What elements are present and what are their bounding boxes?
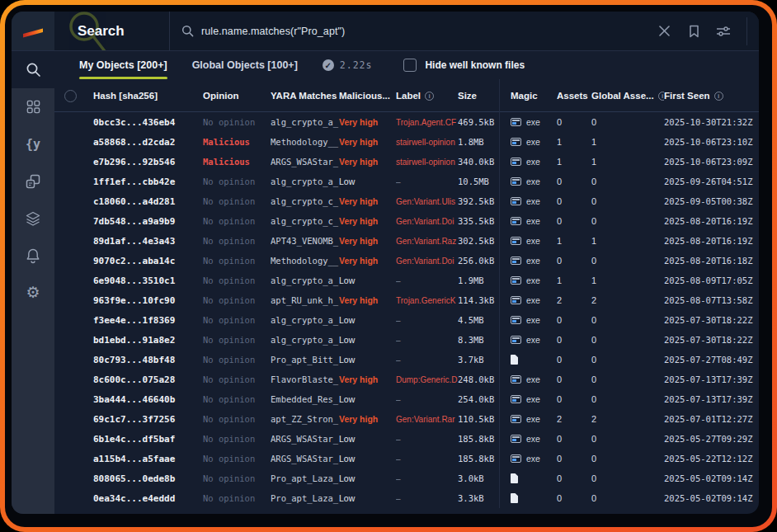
hash-cell[interactable]: bd1ebd...91a8e2 — [86, 330, 203, 350]
header-global-assets[interactable]: Global Asse... — [591, 91, 664, 101]
table-row[interactable]: 8c600c...075a28 No opinion FlavorBlaste_… — [54, 370, 759, 389]
table-row[interactable]: f3ee4e...1f8369 No opinion alg_crypto_a_… — [54, 310, 759, 330]
sidebar-item-assets[interactable] — [12, 162, 54, 200]
hash-cell[interactable]: 6b1e4c...df5baf — [86, 429, 203, 449]
first-seen-info-icon[interactable] — [714, 92, 723, 101]
header-magic[interactable]: Magic — [499, 79, 557, 112]
label-cell[interactable]: Dump:Generic.D — [396, 370, 458, 389]
table-row[interactable]: 69c1c7...3f7256 No opinion apt_ZZ_Stron_… — [54, 409, 759, 429]
table-row[interactable]: a58868...d2cda2 Malicious Methodology__ … — [54, 132, 759, 152]
select-all-circle[interactable] — [64, 90, 77, 102]
hash-cell[interactable]: 8c600c...075a28 — [86, 370, 203, 389]
label-cell[interactable]: – — [396, 271, 458, 290]
label-cell[interactable]: Gen:Variant.Rar — [396, 409, 458, 429]
hash-cell[interactable]: 0bcc3c...436eb4 — [86, 112, 203, 132]
sidebar-item-dashboard[interactable] — [12, 88, 54, 125]
hash-cell[interactable]: c18060...a4d281 — [86, 191, 203, 211]
magic-text: exe — [526, 315, 540, 325]
label-cell[interactable]: Trojan.Agent.CF — [396, 112, 458, 132]
table-row[interactable]: 808065...0ede8b No opinion Pro_apt_Laza_… — [54, 468, 759, 488]
header-size[interactable]: Size — [458, 91, 499, 101]
hash-cell[interactable]: 7db548...a9a9b9 — [86, 211, 203, 231]
table-row[interactable]: 9070c2...aba14c No opinion Methodology__… — [54, 251, 759, 271]
label-cell[interactable]: stairwell-opinion — [396, 132, 458, 152]
global-assets-info-icon[interactable] — [658, 92, 664, 101]
opinion-cell: No opinion — [203, 409, 271, 429]
search-nav-icon — [26, 62, 41, 78]
bookmark-icon[interactable] — [685, 23, 702, 40]
header-first-seen[interactable]: First Seen — [664, 91, 759, 101]
sidebar-item-collections[interactable] — [12, 200, 54, 237]
hash-cell[interactable]: 963f9e...10fc90 — [86, 290, 203, 310]
hash-cell[interactable]: 0ea34c...e4eddd — [86, 488, 203, 508]
hash-cell[interactable]: 808065...0ede8b — [86, 468, 203, 488]
hash-cell[interactable]: 80c793...48bf48 — [86, 350, 203, 370]
file-type-icon — [511, 415, 521, 423]
size-cell: 469.5kB — [458, 112, 499, 132]
yara-cell: alg_crypto_a_ — [271, 330, 339, 350]
hash-cell[interactable]: f3ee4e...1f8369 — [86, 310, 203, 330]
label-cell[interactable]: – — [396, 389, 458, 409]
label-cell[interactable]: stairwell-opinion — [396, 152, 458, 172]
header-yara-matches[interactable]: YARA Matches — [271, 91, 339, 101]
table-row[interactable]: 80c793...48bf48 No opinion Pro_apt_Bitt_… — [54, 350, 759, 370]
table-row[interactable]: 1ff1ef...cbb42e No opinion alg_crypto_a_… — [54, 172, 759, 191]
label-cell[interactable]: Gen:Variant.Raz — [396, 231, 458, 251]
opinion-cell: No opinion — [203, 350, 271, 370]
tab-global-objects[interactable]: Global Objects [100+] — [192, 51, 298, 79]
label-cell[interactable]: Gen:Variant.Doi — [396, 251, 458, 271]
label-cell[interactable]: Gen:Variant.Doi — [396, 211, 458, 231]
hash-cell[interactable]: a115b4...a5faae — [86, 449, 203, 468]
table-row[interactable]: 0ea34c...e4eddd No opinion Pro_apt_Laza_… — [54, 488, 759, 508]
table-row[interactable]: a115b4...a5faae No opinion ARGS_WSAStar_… — [54, 449, 759, 468]
label-cell[interactable]: Gen:Variant.Ulis — [396, 191, 458, 211]
label-cell[interactable]: – — [396, 468, 458, 488]
hash-cell[interactable]: 89d1af...4e3a43 — [86, 231, 203, 251]
hash-cell[interactable]: 69c1c7...3f7256 — [86, 409, 203, 429]
sidebar-item-settings[interactable]: ⚙ — [12, 274, 54, 311]
table-row[interactable]: e7b296...92b546 Malicious ARGS_WSAStar_ … — [54, 152, 759, 172]
filter-sliders-icon[interactable] — [715, 23, 732, 40]
label-cell[interactable]: – — [396, 330, 458, 350]
hash-cell[interactable]: 6e9048...3510c1 — [86, 271, 203, 290]
tab-my-objects[interactable]: My Objects [200+] — [79, 51, 167, 79]
hash-cell[interactable]: 9070c2...aba14c — [86, 251, 203, 271]
hide-well-known-toggle[interactable]: Hide well known files — [403, 59, 525, 72]
table-row[interactable]: 7db548...a9a9b9 No opinion alg_crypto_c_… — [54, 211, 759, 231]
header-assets[interactable]: Assets — [557, 91, 591, 101]
label-info-icon[interactable] — [425, 92, 434, 101]
label-cell[interactable]: – — [396, 310, 458, 330]
row-select-cell — [54, 191, 86, 211]
hash-cell[interactable]: e7b296...92b546 — [86, 152, 203, 172]
header-hash[interactable]: Hash [sha256] — [86, 91, 203, 101]
clear-search-icon[interactable] — [656, 23, 672, 40]
table-row[interactable]: 0bcc3c...436eb4 No opinion alg_crypto_a_… — [54, 112, 759, 132]
label-cell[interactable]: – — [396, 488, 458, 508]
table-row[interactable]: 963f9e...10fc90 No opinion apt_RU_unk_h_… — [54, 290, 759, 310]
sidebar-item-notifications[interactable] — [12, 237, 54, 274]
table-row[interactable]: c18060...a4d281 No opinion alg_crypto_c_… — [54, 191, 759, 211]
table-row[interactable]: bd1ebd...91a8e2 No opinion alg_crypto_a_… — [54, 330, 759, 350]
sidebar-item-search[interactable] — [12, 51, 54, 88]
search-input[interactable]: rule.name.matches(r"Pro_apt") — [201, 26, 345, 37]
label-cell[interactable]: – — [396, 429, 458, 449]
app-logo[interactable] — [12, 12, 54, 50]
table-row[interactable]: 3ba444...46640b No opinion Embedded_Res_… — [54, 389, 759, 409]
label-cell[interactable]: Trojan.GenericK — [396, 290, 458, 310]
table-row[interactable]: 6b1e4c...df5baf No opinion ARGS_WSAStar_… — [54, 429, 759, 449]
sidebar-item-yara-rules[interactable] — [12, 125, 54, 162]
label-cell[interactable]: – — [396, 172, 458, 191]
table-row[interactable]: 6e9048...3510c1 No opinion alg_crypto_a_… — [54, 271, 759, 290]
label-cell[interactable]: – — [396, 350, 458, 370]
header-label[interactable]: Label — [396, 91, 458, 101]
header-malicious[interactable]: Malicious... — [339, 91, 396, 101]
label-cell[interactable]: – — [396, 449, 458, 468]
opinion-cell: Malicious — [203, 152, 271, 172]
hide-well-known-checkbox[interactable] — [403, 59, 417, 72]
hash-cell[interactable]: 1ff1ef...cbb42e — [86, 172, 203, 191]
hash-cell[interactable]: 3ba444...46640b — [86, 389, 203, 409]
hash-cell[interactable]: a58868...d2cda2 — [86, 132, 203, 152]
table-row[interactable]: 89d1af...4e3a43 No opinion APT43_VENOMB_… — [54, 231, 759, 251]
search-bar[interactable]: rule.name.matches(r"Pro_apt") — [169, 12, 759, 50]
header-opinion[interactable]: Opinion — [203, 91, 271, 101]
